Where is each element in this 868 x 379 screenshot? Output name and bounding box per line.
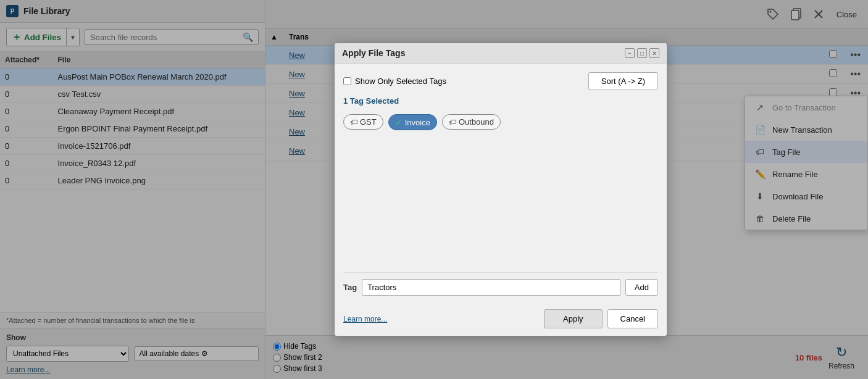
modal-titlebar: Apply File Tags − □ ✕ (335, 43, 667, 64)
tag-chip-label: Invoice (405, 118, 430, 127)
tag-selected-info: 1 Tag Selected (343, 96, 658, 106)
show-only-selected-checkbox[interactable] (343, 77, 351, 85)
show-only-label-text: Show Only Selected Tags (355, 77, 446, 86)
tag-chip-label: GST (360, 117, 377, 127)
add-tag-button[interactable]: Add (625, 279, 658, 296)
modal-action-buttons: Apply Cancel (544, 309, 658, 328)
modal-learn-more-link[interactable]: Learn more... (343, 315, 387, 323)
modal-window-buttons: − □ ✕ (625, 48, 659, 58)
modal-maximize-button[interactable]: □ (637, 48, 647, 58)
modal-options-row: Show Only Selected Tags Sort (A -> Z) (343, 72, 658, 90)
tag-label-icon: 🏷 (449, 118, 456, 127)
tag-chip-invoice[interactable]: ✓Invoice (388, 114, 437, 130)
modal-footer: Learn more... Apply Cancel (335, 304, 667, 336)
tag-check-icon: ✓ (395, 117, 403, 127)
modal-close-button[interactable]: ✕ (649, 48, 659, 58)
show-only-selected-label[interactable]: Show Only Selected Tags (343, 77, 446, 86)
tag-label-icon: 🏷 (350, 118, 357, 127)
modal-minimize-button[interactable]: − (625, 48, 635, 58)
sort-button[interactable]: Sort (A -> Z) (588, 72, 658, 90)
tag-chip-outbound[interactable]: 🏷Outbound (442, 114, 501, 130)
tag-input-label: Tag (343, 283, 357, 292)
apply-button[interactable]: Apply (544, 309, 603, 328)
modal-body: Show Only Selected Tags Sort (A -> Z) 1 … (335, 64, 667, 304)
tag-input-row: Tag Add (343, 272, 658, 296)
cancel-button[interactable]: Cancel (607, 309, 658, 328)
tag-input-field[interactable] (362, 279, 620, 296)
tags-area: 🏷GST✓Invoice🏷Outbound (343, 112, 658, 266)
tag-chip-label: Outbound (459, 117, 494, 127)
apply-file-tags-modal: Apply File Tags − □ ✕ Show Only Selected… (334, 43, 667, 336)
modal-title: Apply File Tags (342, 48, 405, 58)
tag-chip-gst[interactable]: 🏷GST (343, 114, 383, 130)
